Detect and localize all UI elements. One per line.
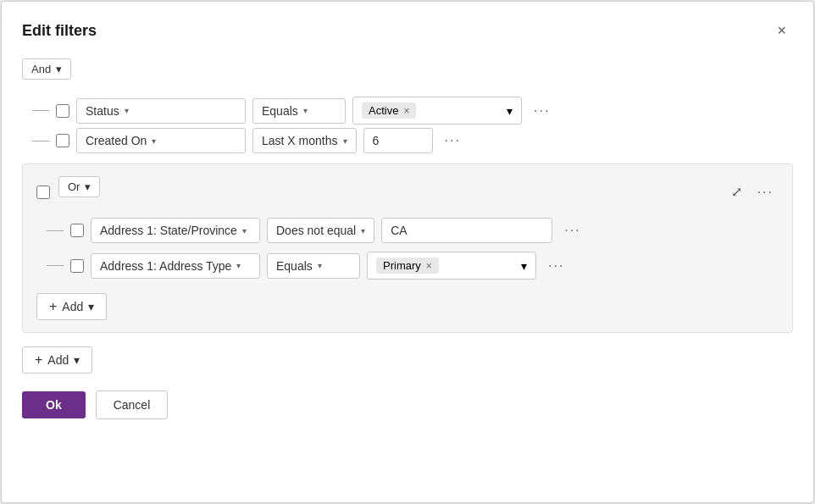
inner1-value-input[interactable] bbox=[391, 224, 543, 237]
inner-add-chevron: ▾ bbox=[88, 300, 94, 313]
inner2-field-select[interactable]: Address 1: Address Type ▾ bbox=[91, 253, 260, 279]
inner1-operator-select[interactable]: Does not equal ▾ bbox=[267, 218, 374, 243]
inner1-operator-chevron: ▾ bbox=[361, 226, 365, 235]
top-operator-badge[interactable]: And ▾ bbox=[22, 58, 71, 80]
row1-value-field: Active × ▾ bbox=[352, 97, 522, 125]
row1-operator-label: Equals bbox=[262, 104, 298, 118]
row1-value-chevron[interactable]: ▾ bbox=[507, 104, 513, 118]
row1-tag-label: Active bbox=[369, 104, 398, 117]
edit-filters-dialog: Edit filters × And ▾ Status ▾ Equals ▾ A… bbox=[1, 1, 814, 503]
row2-value-input[interactable] bbox=[373, 134, 424, 147]
inner2-value-tag: Primary × bbox=[376, 258, 439, 274]
ok-button[interactable]: Ok bbox=[22, 391, 86, 418]
row1-field-chevron: ▾ bbox=[125, 106, 129, 115]
inner2-operator-select[interactable]: Equals ▾ bbox=[267, 253, 360, 279]
outer-add-chevron: ▾ bbox=[74, 353, 80, 367]
or-group-header: Or ▾ ⤢ ··· bbox=[36, 176, 779, 208]
top-operator-label: And bbox=[31, 63, 51, 75]
inner1-field-select[interactable]: Address 1: State/Province ▾ bbox=[91, 218, 260, 243]
outer-add-button[interactable]: + Add ▾ bbox=[22, 346, 92, 374]
dialog-title: Edit filters bbox=[22, 22, 97, 40]
top-operator-chevron: ▾ bbox=[56, 63, 62, 75]
row1-value-tag: Active × bbox=[362, 102, 416, 119]
inner-add-label: Add bbox=[62, 300, 83, 313]
or-group-right: ⤢ ··· bbox=[728, 181, 779, 203]
or-group-left: Or ▾ bbox=[36, 176, 100, 208]
close-dialog-button[interactable]: × bbox=[770, 19, 793, 43]
row2-operator-label: Last X months bbox=[262, 134, 338, 147]
row2-operator-select[interactable]: Last X months ▾ bbox=[252, 128, 357, 153]
or-group-checkbox[interactable] bbox=[36, 186, 50, 199]
or-operator-badge[interactable]: Or ▾ bbox=[58, 176, 100, 197]
row2-operator-chevron: ▾ bbox=[343, 136, 347, 146]
inner2-tag-close[interactable]: × bbox=[426, 260, 432, 272]
inner2-more-button[interactable]: ··· bbox=[543, 255, 569, 277]
inner-add-plus-icon: + bbox=[49, 299, 57, 314]
inner2-operator-chevron: ▾ bbox=[318, 261, 322, 270]
dialog-header: Edit filters × bbox=[22, 19, 793, 43]
inner1-checkbox[interactable] bbox=[70, 224, 84, 237]
inner2-field-chevron: ▾ bbox=[236, 261, 241, 270]
or-operator-label: Or bbox=[68, 180, 80, 193]
or-group-more-button[interactable]: ··· bbox=[752, 181, 779, 203]
row2-field-select[interactable]: Created On ▾ bbox=[76, 128, 246, 153]
outer-add-plus-icon: + bbox=[35, 352, 42, 368]
outer-add-label: Add bbox=[47, 353, 69, 367]
inner2-value-field: Primary × ▾ bbox=[367, 252, 536, 280]
row2-value-field[interactable] bbox=[363, 128, 433, 153]
row2-checkbox[interactable] bbox=[56, 134, 69, 147]
cancel-button[interactable]: Cancel bbox=[96, 390, 169, 419]
or-operator-chevron: ▾ bbox=[85, 180, 91, 193]
dialog-footer: Ok Cancel bbox=[22, 390, 793, 419]
inner2-checkbox[interactable] bbox=[70, 259, 84, 273]
row1-checkbox[interactable] bbox=[56, 104, 69, 118]
or-group: Or ▾ ⤢ ··· Address 1: State/Province ▾ D… bbox=[22, 163, 793, 333]
inner2-tag-label: Primary bbox=[383, 259, 421, 272]
row1-operator-chevron: ▾ bbox=[303, 106, 308, 115]
row1-operator-select[interactable]: Equals ▾ bbox=[252, 98, 346, 124]
row1-field-select[interactable]: Status ▾ bbox=[76, 98, 246, 124]
inner2-field-label: Address 1: Address Type bbox=[100, 259, 231, 273]
row1-tag-close[interactable]: × bbox=[403, 105, 409, 117]
row1-more-button[interactable]: ··· bbox=[529, 100, 555, 122]
row2-field-chevron: ▾ bbox=[152, 136, 156, 146]
inner2-value-chevron[interactable]: ▾ bbox=[521, 259, 527, 273]
inner1-field-label: Address 1: State/Province bbox=[100, 224, 237, 237]
inner-add-button[interactable]: + Add ▾ bbox=[36, 293, 107, 320]
collapse-button[interactable]: ⤢ bbox=[728, 182, 746, 202]
inner1-operator-label: Does not equal bbox=[276, 224, 356, 237]
row2-field-label: Created On bbox=[86, 134, 147, 147]
inner1-more-button[interactable]: ··· bbox=[559, 219, 585, 241]
inner1-field-chevron: ▾ bbox=[242, 226, 247, 235]
row1-field-label: Status bbox=[86, 104, 119, 118]
inner2-operator-label: Equals bbox=[276, 259, 313, 273]
inner1-value-field[interactable] bbox=[381, 218, 552, 243]
row2-more-button[interactable]: ··· bbox=[440, 130, 466, 152]
